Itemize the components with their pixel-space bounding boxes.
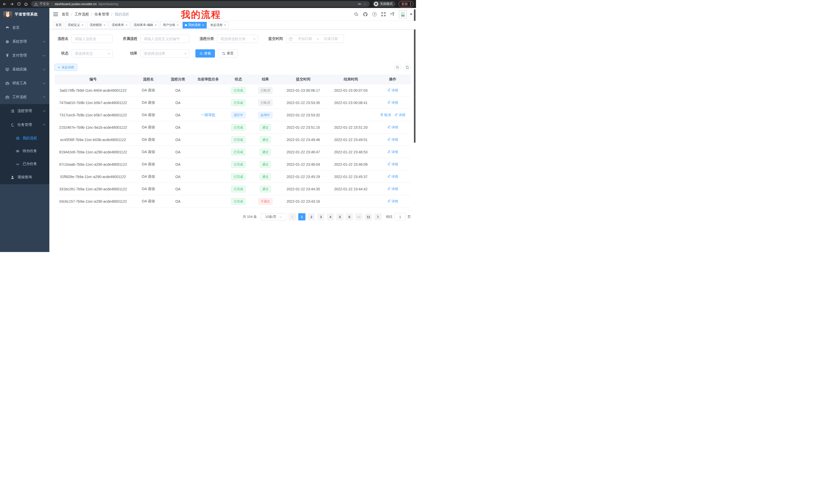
sidebar-item-infrastructure[interactable]: 基础设施 [0,62,49,76]
end-date-placeholder[interactable]: 结束日期 [321,36,341,41]
filter-row-2: 状态 结果 搜索 重置 [54,49,411,58]
start-date-placeholder[interactable]: 开始日期 [295,36,315,41]
font-size-icon[interactable]: TT [390,12,394,17]
category-select[interactable] [217,35,258,43]
sidebar-item-label: 支付管理 [12,53,27,58]
sidebar-item-leave-query[interactable]: 请假查询 [0,170,49,184]
sidebar-item-system-management[interactable]: 系统管理 [0,35,49,49]
process-name-input[interactable] [72,35,113,43]
detail-link[interactable]: 详情 [387,137,398,142]
avatar[interactable] [399,10,407,18]
detail-link[interactable]: 详情 [387,162,398,167]
caret-down-icon[interactable] [410,13,412,15]
sidebar-item-my-process[interactable]: 我的流程 [0,132,49,145]
sidebar-item-process-management[interactable]: 流程管理 [0,104,49,118]
page-button-4[interactable]: 4 [327,213,334,220]
toggle-search-button[interactable] [394,64,401,71]
tab-start-process[interactable]: 发起流程× [208,22,229,29]
cell-task: 一级审批 [191,113,226,117]
cell-actions: 详情 [374,137,411,142]
close-icon[interactable]: × [155,23,157,27]
result-badge: 通过 [260,161,271,168]
reload-icon[interactable] [17,2,21,6]
sidebar-item-workflow[interactable]: 工作流程 [0,90,49,104]
submit-time-range-picker[interactable]: 开始日期 - 结束日期 [286,35,344,43]
search-button[interactable]: 搜索 [196,49,215,58]
prev-page-button[interactable] [289,213,296,220]
result-select[interactable] [140,49,189,58]
page-button-5[interactable]: 5 [336,213,343,220]
tab-user-group[interactable]: 用户分组× [160,22,181,29]
close-icon[interactable]: × [202,23,204,27]
table-header: 编号流程名流程分类当前审批任务状态结果提交时间结束时间操作 [54,75,411,84]
detail-link[interactable]: 详情 [387,150,398,155]
close-icon[interactable]: × [103,23,106,27]
detail-link[interactable]: 详情 [387,101,398,105]
reset-button[interactable]: 重置 [218,49,238,58]
status-badge: 已完成 [231,136,245,143]
page-button-11[interactable]: 11 [365,213,372,220]
search-icon[interactable] [354,12,358,17]
next-page-button[interactable] [374,213,382,220]
detail-link[interactable]: 详情 [387,199,398,204]
key-icon[interactable] [358,2,362,6]
pencil-icon [387,150,391,154]
app-logo-row[interactable]: 芋道管理系统 [0,8,49,21]
create-process-button[interactable]: 发起流程 [54,64,77,71]
star-icon[interactable]: ☆ [364,2,367,6]
task-link[interactable]: 一级审批 [201,113,215,117]
breadcrumb-item[interactable]: 首页 [62,12,69,17]
goto-page-input[interactable] [395,213,406,220]
chevron-up-icon [43,96,46,99]
forward-icon[interactable] [10,2,14,6]
tab-my-process[interactable]: 我的流程× [183,22,207,29]
detail-link[interactable]: 详情 [387,125,398,130]
tab-process-definition[interactable]: 流程定义× [65,22,86,29]
sidebar-item-payment-management[interactable]: ¥支付管理 [0,49,49,62]
sidebar-item-todo-tasks[interactable]: 待办任务 [0,145,49,158]
table-header-cell: 操作 [374,77,411,82]
close-icon[interactable]: × [176,23,179,27]
page-size-select[interactable]: 10条/页 [261,213,286,220]
page-button-1[interactable]: 1 [298,213,306,220]
page-button-2[interactable]: 2 [308,213,315,220]
page-button-3[interactable]: 3 [317,213,324,220]
update-button[interactable]: 更新 [398,1,413,7]
cell-actions: 详情 [374,88,411,93]
detail-link[interactable]: 详情 [387,174,398,179]
more-pages-button[interactable]: ··· [355,213,363,220]
close-icon[interactable]: × [81,23,84,27]
address-bar[interactable]: 不安全 dashboard.yudao.iocoder.cn/bpm/task/… [31,1,370,7]
action-label: 详情 [392,137,398,142]
detail-link[interactable]: 详情 [387,187,398,191]
github-icon[interactable] [363,12,368,17]
sidebar-item-dev-tools[interactable]: 研发工具 [0,76,49,90]
tab-process-form[interactable]: 流程表单× [109,22,130,29]
tab-process-model[interactable]: 流程模型× [87,22,108,29]
tab-home[interactable]: 首页 [53,22,64,29]
detail-link[interactable]: 详情 [395,113,406,117]
home-icon[interactable] [24,2,28,6]
help-icon[interactable]: ? [372,12,377,17]
menu-dots-icon[interactable] [410,2,411,6]
sidebar-item-home[interactable]: 首页 [0,21,49,35]
security-label[interactable]: 不安全 [40,2,49,6]
table-header-cell: 状态 [226,77,251,82]
status-select[interactable] [72,49,113,58]
sidebar-item-done-tasks[interactable]: 已办任务 [0,158,49,170]
detail-link[interactable]: 详情 [387,88,398,93]
close-icon[interactable]: × [125,23,128,27]
breadcrumb-item[interactable]: 任务管理 [95,12,109,17]
refresh-table-button[interactable] [404,64,411,71]
close-icon[interactable]: × [224,23,227,27]
page-button-6[interactable]: 6 [346,213,353,220]
process-definition-input[interactable] [140,35,189,43]
sidebar-item-label: 工作流程 [12,95,27,100]
cancel-link[interactable]: 取消 [380,113,391,117]
hamburger-icon[interactable] [53,12,58,16]
sidebar-item-task-management[interactable]: 任务管理 [0,118,49,132]
breadcrumb-item[interactable]: 工作流程 [75,12,89,17]
fullscreen-icon[interactable] [381,12,386,17]
back-icon[interactable] [3,2,7,6]
tab-process-form-edit[interactable]: 流程表单-编辑× [131,22,159,29]
